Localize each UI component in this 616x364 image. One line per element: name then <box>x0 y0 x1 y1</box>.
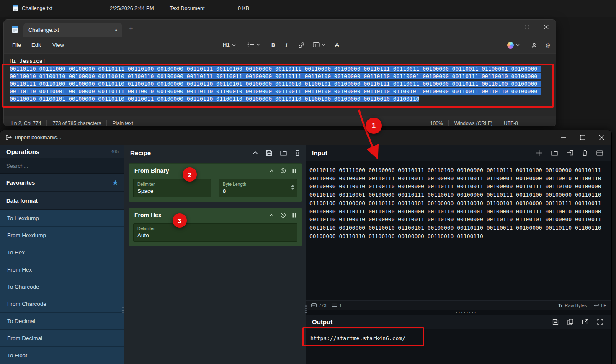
chevron-down-icon <box>516 44 520 46</box>
byte-length-field[interactable]: Byte Length 8 <box>219 179 297 197</box>
input-char-count: 773 <box>319 303 326 308</box>
search-box[interactable] <box>0 158 124 174</box>
breakpoint-op-icon[interactable] <box>292 169 296 173</box>
account-button[interactable] <box>528 41 540 50</box>
zoom-level: 100% <box>430 120 443 126</box>
binary-line: 00110110 00110001 00100000 00110111 0011… <box>10 88 556 95</box>
collapse-op-icon[interactable] <box>269 169 274 172</box>
operation-item-to-hexdump[interactable]: To Hexdump <box>0 210 124 227</box>
splitter-handle[interactable]: ········ <box>456 309 477 315</box>
maximize-output-button[interactable] <box>597 319 603 325</box>
link-button[interactable] <box>296 41 307 50</box>
input-line-count: 1 <box>339 303 342 308</box>
heading-button[interactable]: H1 <box>221 41 238 49</box>
load-recipe-button[interactable] <box>280 150 287 156</box>
stepper[interactable] <box>291 185 294 190</box>
breakpoint-op-icon[interactable] <box>292 213 296 218</box>
copy-output-button[interactable] <box>567 319 573 325</box>
delimiter-field[interactable]: Delimiter Space <box>133 179 211 197</box>
table-button[interactable] <box>311 41 327 49</box>
search-input[interactable] <box>0 163 124 169</box>
eol-toggle[interactable]: LF <box>593 303 606 308</box>
output-text: https://startme.stark4n6.com/ <box>310 335 405 341</box>
explorer-row[interactable]: Challenge.txt 2/25/2026 2:44 PM Text Doc… <box>0 0 616 17</box>
minimize-button[interactable] <box>554 130 573 145</box>
open-folder-input-button[interactable] <box>567 150 573 156</box>
favourites-row[interactable]: Favourites ★ <box>0 174 124 192</box>
clear-format-button[interactable]: A <box>333 41 341 50</box>
input-textarea[interactable]: 00110110 00111000 00100000 00110111 0011… <box>306 161 611 300</box>
open-file-button[interactable] <box>551 150 558 156</box>
cursor-position: Ln 2, Col 774 <box>11 120 41 126</box>
link-icon <box>298 42 305 49</box>
import-bookmarks-button[interactable]: Import bookmarks... <box>5 135 61 141</box>
settings-button[interactable]: ⚙ <box>543 41 553 51</box>
list-icon <box>247 42 254 47</box>
operation-item-to-charcode[interactable]: To Charcode <box>0 278 124 295</box>
binary-line: 00110111 00110100 00100000 00110110 0110… <box>10 80 556 88</box>
minimize-button[interactable] <box>498 20 517 34</box>
file-icon <box>13 5 18 12</box>
operation-item-to-hex[interactable]: To Hex <box>0 244 124 261</box>
pane-splitter[interactable] <box>305 305 307 313</box>
maximize-button[interactable] <box>517 20 536 34</box>
save-recipe-button[interactable] <box>266 150 272 156</box>
collapse-recipe-icon[interactable] <box>253 151 258 154</box>
step1-badge: 1 <box>366 118 382 134</box>
operations-count: 465 <box>111 149 119 154</box>
recipe-op-from-hex[interactable]: From Hex Delimiter Auto <box>129 208 302 246</box>
notepad-app-icon <box>11 25 18 33</box>
open-output-button[interactable] <box>582 319 588 325</box>
input-settings-icon[interactable] <box>596 150 603 156</box>
close-button[interactable] <box>536 20 556 34</box>
notepad-titlebar: Challenge.txt ● + <box>4 20 556 37</box>
char-count-icon <box>311 303 317 307</box>
category-data-format[interactable]: Data format <box>0 192 124 210</box>
chevron-down-icon <box>256 44 260 46</box>
file-name: Challenge.txt <box>22 5 52 11</box>
list-button[interactable] <box>245 41 262 49</box>
operation-item-from-charcode[interactable]: From Charcode <box>0 295 124 313</box>
editor[interactable]: Hi Jessica! 00110110 00111000 00100000 0… <box>4 54 556 116</box>
operation-item-to-float[interactable]: To Float <box>0 347 124 364</box>
cyberchef-window: Import bookmarks... Operations 465 Favou… <box>0 130 612 364</box>
binary-line: 00110010 01100110 00100000 00110010 0110… <box>10 73 556 80</box>
delimiter-field[interactable]: Delimiter Auto <box>133 223 297 242</box>
star-icon: ★ <box>112 178 119 187</box>
menu-view[interactable]: View <box>49 41 67 49</box>
recipe-op-from-binary[interactable]: From Binary Delimiter Space <box>129 163 302 202</box>
italic-button[interactable]: I <box>284 41 290 50</box>
output-title: Output <box>312 318 332 326</box>
io-splitter[interactable]: ········ <box>306 310 611 315</box>
operation-item-to-decimal[interactable]: To Decimal <box>0 313 124 330</box>
binary-line: 00110010 01100101 00100000 00110110 0011… <box>10 95 556 103</box>
tab-title: Challenge.txt <box>28 27 59 33</box>
operation-item-from-decimal[interactable]: From Decimal <box>0 330 124 347</box>
clear-recipe-button[interactable] <box>295 150 300 156</box>
maximize-button[interactable] <box>573 130 592 145</box>
clear-io-button[interactable] <box>582 150 588 156</box>
copilot-button[interactable] <box>505 41 522 50</box>
disable-op-icon[interactable] <box>280 168 286 174</box>
operations-panel: Operations 465 Favourites ★ Data format … <box>0 145 124 364</box>
person-icon <box>531 42 538 49</box>
save-output-button[interactable] <box>552 319 559 325</box>
new-tab-button[interactable]: + <box>125 22 137 35</box>
raw-bytes-toggle[interactable]: Tr Raw Bytes <box>558 303 587 308</box>
op-title: From Hex <box>134 212 162 218</box>
notepad-tab[interactable]: Challenge.txt ● <box>23 23 122 37</box>
bold-button[interactable]: B <box>269 41 277 49</box>
add-input-tab-button[interactable] <box>536 150 542 156</box>
operation-item-from-hexdump[interactable]: From Hexdump <box>0 227 124 244</box>
menu-edit[interactable]: Edit <box>28 41 44 49</box>
menu-file[interactable]: File <box>9 41 24 49</box>
disable-op-icon[interactable] <box>280 212 286 218</box>
chevron-down-icon <box>232 44 236 46</box>
operation-item-from-hex[interactable]: From Hex <box>0 261 124 278</box>
collapse-op-icon[interactable] <box>269 214 274 217</box>
panel-resize-handle[interactable] <box>122 307 124 313</box>
text-encoding-icon: Tr <box>558 303 562 308</box>
close-button[interactable] <box>592 130 611 145</box>
greeting-line: Hi Jessica! <box>10 57 556 65</box>
step3-badge: 3 <box>173 213 187 228</box>
